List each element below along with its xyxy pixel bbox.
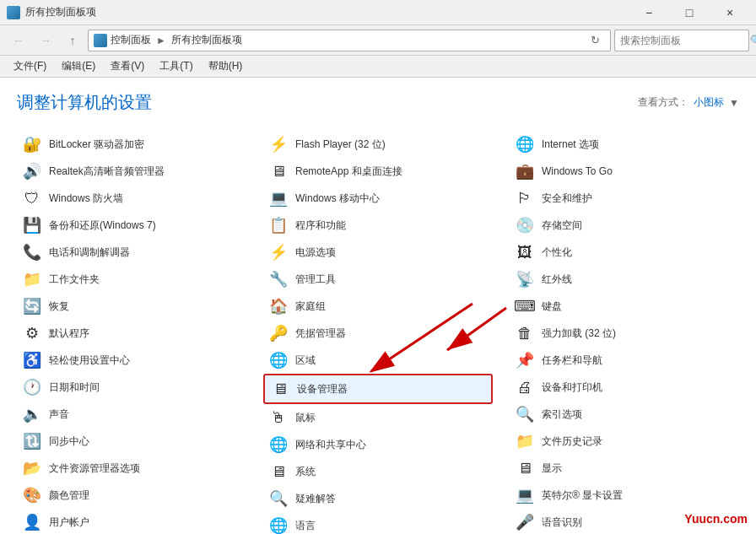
item-windowstogo[interactable]: 💼 Windows To Go <box>510 158 739 185</box>
up-button[interactable]: ↑ <box>61 29 84 52</box>
item-region[interactable]: 🌐 区域 <box>263 347 493 374</box>
address-bar[interactable]: 控制面板 ► 所有控制面板项 ↻ <box>88 30 611 51</box>
item-restore[interactable]: 🔄 恢复 <box>17 293 246 320</box>
item-language[interactable]: 🌐 语言 <box>263 512 493 534</box>
intel-icon: 💻 <box>515 485 535 505</box>
menu-help[interactable]: 帮助(H) <box>202 57 250 75</box>
item-sound[interactable]: 🔈 声音 <box>17 401 246 428</box>
minimize-button[interactable]: − <box>629 0 668 25</box>
item-realtek[interactable]: 🔊 Realtek高清晰音频管理器 <box>17 158 246 185</box>
search-input[interactable] <box>620 35 747 46</box>
item-programs[interactable]: 📋 程序和功能 <box>263 212 493 239</box>
menu-view[interactable]: 查看(V) <box>104 57 151 75</box>
item-devices[interactable]: 🖨 设备和打印机 <box>510 374 739 401</box>
menu-file[interactable]: 文件(F) <box>7 57 53 75</box>
view-value[interactable]: 小图标 <box>694 95 724 110</box>
winmobile-icon: 💻 <box>268 188 289 208</box>
item-personalize[interactable]: 🖼 个性化 <box>510 239 739 266</box>
menu-tools[interactable]: 工具(T) <box>153 57 199 75</box>
item-winmobile[interactable]: 💻 Windows 移动中心 <box>263 185 493 212</box>
restore-icon: 🔄 <box>22 296 42 316</box>
ease-label: 轻松使用设置中心 <box>49 353 130 368</box>
item-useraccount[interactable]: 👤 用户帐户 <box>17 509 246 534</box>
item-manage[interactable]: 🔧 管理工具 <box>263 266 493 293</box>
troubleshoot-label: 疑难解答 <box>295 492 336 506</box>
item-security[interactable]: 🏳 安全和维护 <box>510 185 739 212</box>
item-internet[interactable]: 🌐 Internet 选项 <box>510 131 739 158</box>
remoteapp-icon: 🖥 <box>268 161 289 181</box>
backup-label: 备份和还原(Windows 7) <box>49 218 156 233</box>
item-bitlocker[interactable]: 🔐 BitLocker 驱动器加密 <box>17 131 246 158</box>
explorer-icon: 📂 <box>22 458 42 478</box>
useraccount-label: 用户帐户 <box>49 515 89 530</box>
item-taskbar[interactable]: 📌 任务栏和导航 <box>510 347 739 374</box>
security-label: 安全和维护 <box>542 191 592 206</box>
item-explorer[interactable]: 📂 文件资源管理器选项 <box>17 455 246 482</box>
item-network[interactable]: 🌐 网络和共享中心 <box>263 431 493 458</box>
filehistory-icon: 📁 <box>515 431 535 451</box>
item-storage[interactable]: 💿 存储空间 <box>510 212 739 239</box>
manage-label: 管理工具 <box>295 272 336 287</box>
item-mouse[interactable]: 🖱 鼠标 <box>263 404 493 431</box>
item-indexing[interactable]: 🔍 索引选项 <box>510 401 739 428</box>
item-default[interactable]: ⚙ 默认程序 <box>17 320 246 347</box>
item-intel[interactable]: 💻 英特尔® 显卡设置 <box>510 482 739 509</box>
forward-button[interactable]: → <box>34 29 57 52</box>
item-infrared[interactable]: 📡 红外线 <box>510 266 739 293</box>
taskbar-label: 任务栏和导航 <box>542 353 602 368</box>
backup-icon: 💾 <box>22 215 42 235</box>
item-firewall[interactable]: 🛡 Windows 防火墙 <box>17 185 246 212</box>
item-homegroup[interactable]: 🏠 家庭组 <box>263 293 493 320</box>
view-dropdown-icon[interactable]: ▼ <box>729 97 739 109</box>
realtek-label: Realtek高清晰音频管理器 <box>49 165 165 179</box>
item-uninstall[interactable]: 🗑 强力卸载 (32 位) <box>510 320 739 347</box>
item-phone[interactable]: 📞 电话和调制解调器 <box>17 239 246 266</box>
breadcrumb-1: 控制面板 <box>111 33 151 47</box>
ease-icon: ♿ <box>22 350 42 370</box>
item-display[interactable]: 🖥 显示 <box>510 455 739 482</box>
item-backup[interactable]: 💾 备份和还原(Windows 7) <box>17 212 246 239</box>
credentials-icon: 🔑 <box>268 323 289 343</box>
devices-icon: 🖨 <box>515 377 535 397</box>
mouse-icon: 🖱 <box>268 407 289 428</box>
items-grid: 🔐 BitLocker 驱动器加密 🔊 Realtek高清晰音频管理器 🛡 Wi… <box>17 131 739 534</box>
color-label: 颜色管理 <box>49 488 89 503</box>
item-device[interactable]: 🖥 设备管理器 <box>263 374 493 404</box>
breadcrumb-2: 所有控制面板项 <box>171 33 242 47</box>
uninstall-label: 强力卸载 (32 位) <box>542 326 616 341</box>
refresh-button[interactable]: ↻ <box>585 30 605 51</box>
item-filehistory[interactable]: 📁 文件历史记录 <box>510 428 739 455</box>
item-remoteapp[interactable]: 🖥 RemoteApp 和桌面连接 <box>263 158 493 185</box>
window-title: 所有控制面板项 <box>25 5 96 19</box>
item-keyboard[interactable]: ⌨ 键盘 <box>510 293 739 320</box>
item-power[interactable]: ⚡ 电源选项 <box>263 239 493 266</box>
homegroup-icon: 🏠 <box>268 296 289 316</box>
item-sync[interactable]: 🔃 同步中心 <box>17 428 246 455</box>
flashplayer-label: Flash Player (32 位) <box>295 138 386 152</box>
search-bar[interactable]: 🔍 <box>614 30 749 51</box>
view-label: 查看方式： <box>638 95 688 110</box>
restore-label: 恢复 <box>49 299 69 314</box>
device-icon: 🖥 <box>270 379 290 399</box>
close-button[interactable]: × <box>710 0 749 25</box>
item-system[interactable]: 🖥 系统 <box>263 458 493 485</box>
back-button[interactable]: ← <box>7 29 30 52</box>
item-troubleshoot[interactable]: 🔍 疑难解答 <box>263 485 493 512</box>
personalize-icon: 🖼 <box>515 242 535 262</box>
menu-edit[interactable]: 编辑(E) <box>55 57 102 75</box>
workfolder-label: 工作文件夹 <box>49 272 100 287</box>
breadcrumb-icon <box>94 34 107 47</box>
item-credentials[interactable]: 🔑 凭据管理器 <box>263 320 493 347</box>
internet-icon: 🌐 <box>515 134 535 154</box>
item-workfolder[interactable]: 📁 工作文件夹 <box>17 266 246 293</box>
item-flashplayer[interactable]: ⚡ Flash Player (32 位) <box>263 131 493 158</box>
maximize-button[interactable]: □ <box>670 0 709 25</box>
item-ease[interactable]: ♿ 轻松使用设置中心 <box>17 347 246 374</box>
language-label: 语言 <box>295 519 316 533</box>
indexing-icon: 🔍 <box>515 404 535 424</box>
speech-icon: 🎤 <box>515 512 535 532</box>
phone-icon: 📞 <box>22 242 42 262</box>
firewall-label: Windows 防火墙 <box>49 191 123 206</box>
item-color[interactable]: 🎨 颜色管理 <box>17 482 246 509</box>
item-datetime[interactable]: 🕐 日期和时间 <box>17 374 246 401</box>
